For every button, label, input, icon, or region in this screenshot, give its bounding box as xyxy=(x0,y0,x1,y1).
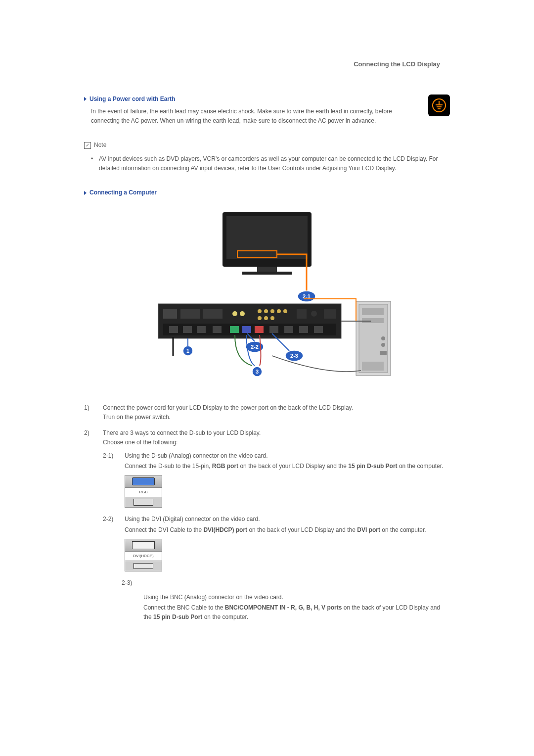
svg-rect-32 xyxy=(197,326,206,333)
svg-rect-31 xyxy=(183,326,192,333)
section-connecting-computer: Connecting a Computer 2-1 xyxy=(84,188,450,623)
svg-rect-33 xyxy=(213,326,222,333)
dvi-port-label: DVI(HDCP) xyxy=(125,551,162,561)
heading-power-cord-label: Using a Power cord with Earth xyxy=(89,94,175,104)
step-1-content: Connect the power cord for your LCD Disp… xyxy=(103,403,450,422)
page-title: Connecting the LCD Display xyxy=(84,59,450,70)
step-2-num: 2) xyxy=(84,428,96,623)
check-icon: ✓ xyxy=(84,142,91,149)
step-1-line1: Connect the power cord for your LCD Disp… xyxy=(103,403,450,413)
svg-rect-38 xyxy=(284,326,293,333)
svg-text:2-2: 2-2 xyxy=(251,344,259,350)
substep-2-1: 2-1) Using the D-sub (Analog) connector … xyxy=(103,451,450,508)
step-1-num: 1) xyxy=(84,403,96,422)
svg-rect-60 xyxy=(362,362,384,371)
heading-connecting-computer-label: Connecting a Computer xyxy=(89,188,157,197)
note-item: AV input devices such as DVD players, VC… xyxy=(91,154,450,173)
svg-rect-26 xyxy=(297,309,307,319)
step-1-line2: Trun on the power switch. xyxy=(103,413,450,422)
step-2-line2: Choose one of the following: xyxy=(103,438,450,447)
svg-rect-30 xyxy=(169,326,178,333)
svg-point-20 xyxy=(270,309,274,313)
dvi-port-image: DVI(HDCP) xyxy=(125,539,162,571)
substep-2-3-line2: Connect the BNC Cable to the BNC/COMPONE… xyxy=(143,603,450,622)
substep-2-3-line1: Using the BNC (Analog) connector on the … xyxy=(143,593,450,602)
substep-2-1-num: 2-1) xyxy=(103,451,118,508)
svg-rect-28 xyxy=(324,309,336,319)
svg-rect-34 xyxy=(230,326,239,333)
power-cord-paragraph: In the event of failure, the earth lead … xyxy=(91,107,420,126)
svg-rect-36 xyxy=(255,326,264,333)
section-power-cord: Using a Power cord with Earth In the eve… xyxy=(84,94,450,173)
connection-diagram: 2-1 xyxy=(138,207,396,388)
svg-point-18 xyxy=(258,309,262,313)
step-2-sublist: 2-1) Using the D-sub (Analog) connector … xyxy=(103,451,450,571)
svg-point-25 xyxy=(270,316,274,320)
substep-2-2-line1: Using the DVI (Digital) connector on the… xyxy=(125,515,450,524)
substep-2-1-line2: Connect the D-sub to the 15-pin, RGB por… xyxy=(125,462,450,471)
svg-text:2-3: 2-3 xyxy=(290,353,298,359)
substep-2-2-line2: Connect the DVI Cable to the DVI(HDCP) p… xyxy=(125,525,450,535)
heading-power-cord: Using a Power cord with Earth xyxy=(84,94,420,104)
svg-point-27 xyxy=(311,311,317,317)
svg-rect-39 xyxy=(299,326,308,333)
svg-point-22 xyxy=(283,309,287,313)
rgb-port-label: RGB xyxy=(125,487,162,497)
substep-2-2-num: 2-2) xyxy=(103,515,118,571)
svg-text:1: 1 xyxy=(186,348,189,354)
substep-2-1-line1: Using the D-sub (Analog) connector on th… xyxy=(125,451,450,461)
svg-point-58 xyxy=(381,343,385,347)
note-row: ✓ Note xyxy=(84,141,450,150)
step-2-content: There are 3 ways to connect the D-sub to… xyxy=(103,428,450,623)
svg-rect-15 xyxy=(203,309,222,319)
substep-2-2-content: Using the DVI (Digital) connector on the… xyxy=(125,515,450,571)
svg-rect-13 xyxy=(163,309,177,319)
svg-point-57 xyxy=(381,336,385,340)
note-list: AV input devices such as DVD players, VC… xyxy=(91,154,450,173)
earth-text-block: Using a Power cord with Earth In the eve… xyxy=(84,94,420,131)
svg-point-17 xyxy=(240,311,245,316)
svg-point-19 xyxy=(264,309,268,313)
substep-2-2: 2-2) Using the DVI (Digital) connector o… xyxy=(103,515,450,571)
heading-connecting-computer: Connecting a Computer xyxy=(84,188,450,197)
note-label: Note xyxy=(94,141,106,150)
step-2-line1: There are 3 ways to connect the D-sub to… xyxy=(103,428,450,438)
svg-point-16 xyxy=(232,311,237,316)
svg-rect-59 xyxy=(380,351,387,355)
substep-2-3-content: Using the BNC (Analog) connector on the … xyxy=(143,593,450,622)
steps-list: 1) Connect the power cord for your LCD D… xyxy=(84,403,450,623)
substep-2-1-content: Using the D-sub (Analog) connector on th… xyxy=(125,451,450,508)
substep-2-3-num: 2-3) xyxy=(122,578,450,588)
svg-point-24 xyxy=(264,316,268,320)
rgb-port-image: RGB xyxy=(125,475,162,508)
svg-point-23 xyxy=(258,316,262,320)
svg-point-21 xyxy=(277,309,281,313)
svg-rect-35 xyxy=(242,326,251,333)
arrow-icon xyxy=(84,191,87,195)
svg-rect-6 xyxy=(226,216,308,259)
svg-rect-40 xyxy=(314,326,323,333)
svg-rect-7 xyxy=(257,267,277,272)
svg-rect-55 xyxy=(362,308,384,315)
svg-text:3: 3 xyxy=(256,369,259,375)
svg-rect-37 xyxy=(269,326,278,333)
arrow-icon xyxy=(84,97,87,101)
page-container: Connecting the LCD Display Using a Power… xyxy=(84,0,450,668)
earth-ground-icon xyxy=(428,94,450,116)
svg-rect-14 xyxy=(180,309,200,319)
svg-rect-8 xyxy=(242,272,292,275)
step-2: 2) There are 3 ways to connect the D-sub… xyxy=(84,428,450,623)
step-1: 1) Connect the power cord for your LCD D… xyxy=(84,403,450,422)
